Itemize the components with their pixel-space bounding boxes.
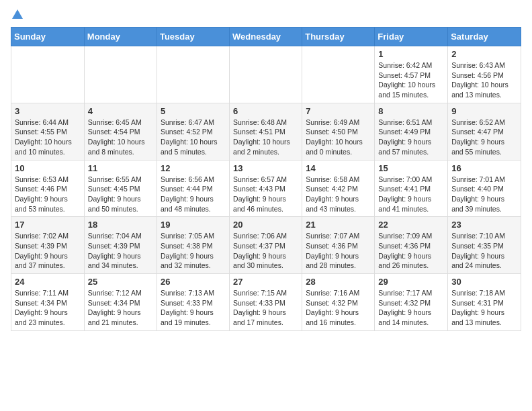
day-info: Sunrise: 6:58 AM Sunset: 4:42 PM Dayligh…	[306, 175, 371, 214]
calendar-cell: 5Sunrise: 6:47 AM Sunset: 4:52 PM Daylig…	[157, 103, 229, 160]
calendar-week-3: 10Sunrise: 6:53 AM Sunset: 4:46 PM Dayli…	[11, 160, 521, 217]
day-info: Sunrise: 6:55 AM Sunset: 4:45 PM Dayligh…	[88, 175, 153, 214]
day-number: 9	[451, 106, 517, 116]
calendar-cell: 6Sunrise: 6:48 AM Sunset: 4:51 PM Daylig…	[230, 103, 302, 160]
calendar-cell: 30Sunrise: 7:18 AM Sunset: 4:31 PM Dayli…	[448, 274, 521, 331]
day-number: 4	[88, 106, 153, 116]
calendar-cell	[230, 46, 302, 103]
day-number: 22	[378, 220, 444, 230]
calendar-cell: 25Sunrise: 7:12 AM Sunset: 4:34 PM Dayli…	[84, 274, 157, 331]
day-number: 3	[15, 106, 81, 116]
day-number: 29	[378, 277, 444, 287]
calendar-cell: 8Sunrise: 6:51 AM Sunset: 4:49 PM Daylig…	[375, 103, 448, 160]
calendar-cell: 19Sunrise: 7:05 AM Sunset: 4:38 PM Dayli…	[157, 217, 229, 274]
day-number: 28	[306, 277, 371, 287]
calendar-cell	[302, 46, 375, 103]
day-info: Sunrise: 7:00 AM Sunset: 4:41 PM Dayligh…	[378, 175, 444, 214]
calendar-week-4: 17Sunrise: 7:02 AM Sunset: 4:39 PM Dayli…	[11, 217, 521, 274]
day-info: Sunrise: 7:09 AM Sunset: 4:36 PM Dayligh…	[378, 231, 444, 271]
day-number: 17	[15, 220, 81, 230]
calendar-cell	[157, 46, 229, 103]
day-number: 10	[15, 163, 81, 173]
calendar-cell: 21Sunrise: 7:07 AM Sunset: 4:36 PM Dayli…	[302, 217, 375, 274]
day-number: 13	[233, 163, 298, 173]
day-info: Sunrise: 7:15 AM Sunset: 4:33 PM Dayligh…	[233, 288, 298, 328]
calendar-cell: 27Sunrise: 7:15 AM Sunset: 4:33 PM Dayli…	[230, 274, 302, 331]
calendar-cell: 4Sunrise: 6:45 AM Sunset: 4:54 PM Daylig…	[84, 103, 157, 160]
day-info: Sunrise: 7:01 AM Sunset: 4:40 PM Dayligh…	[451, 175, 517, 214]
weekday-header-friday: Friday	[375, 28, 448, 46]
day-info: Sunrise: 6:47 AM Sunset: 4:52 PM Dayligh…	[161, 118, 226, 157]
calendar-cell: 24Sunrise: 7:11 AM Sunset: 4:34 PM Dayli…	[11, 274, 85, 331]
weekday-header-saturday: Saturday	[448, 28, 521, 46]
day-info: Sunrise: 6:45 AM Sunset: 4:54 PM Dayligh…	[88, 118, 153, 157]
calendar-cell: 28Sunrise: 7:16 AM Sunset: 4:32 PM Dayli…	[302, 274, 375, 331]
day-info: Sunrise: 7:04 AM Sunset: 4:39 PM Dayligh…	[88, 231, 153, 271]
day-number: 30	[451, 277, 517, 287]
day-number: 19	[161, 220, 226, 230]
day-number: 12	[161, 163, 226, 173]
day-number: 20	[233, 220, 298, 230]
calendar-cell: 7Sunrise: 6:49 AM Sunset: 4:50 PM Daylig…	[302, 103, 375, 160]
day-info: Sunrise: 6:49 AM Sunset: 4:50 PM Dayligh…	[306, 118, 371, 157]
calendar-cell: 23Sunrise: 7:10 AM Sunset: 4:35 PM Dayli…	[448, 217, 521, 274]
calendar-cell: 13Sunrise: 6:57 AM Sunset: 4:43 PM Dayli…	[230, 160, 302, 217]
day-info: Sunrise: 6:51 AM Sunset: 4:49 PM Dayligh…	[378, 118, 444, 157]
calendar-cell: 11Sunrise: 6:55 AM Sunset: 4:45 PM Dayli…	[84, 160, 157, 217]
calendar-cell: 3Sunrise: 6:44 AM Sunset: 4:55 PM Daylig…	[11, 103, 85, 160]
day-number: 24	[15, 277, 81, 287]
day-number: 2	[451, 49, 517, 59]
calendar-cell: 29Sunrise: 7:17 AM Sunset: 4:32 PM Dayli…	[375, 274, 448, 331]
day-info: Sunrise: 7:12 AM Sunset: 4:34 PM Dayligh…	[88, 288, 153, 328]
day-info: Sunrise: 6:48 AM Sunset: 4:51 PM Dayligh…	[233, 118, 298, 157]
calendar-cell: 26Sunrise: 7:13 AM Sunset: 4:33 PM Dayli…	[157, 274, 229, 331]
day-info: Sunrise: 7:11 AM Sunset: 4:34 PM Dayligh…	[15, 288, 81, 328]
day-info: Sunrise: 7:07 AM Sunset: 4:36 PM Dayligh…	[306, 231, 371, 271]
day-number: 7	[306, 106, 371, 116]
day-info: Sunrise: 6:52 AM Sunset: 4:47 PM Dayligh…	[451, 118, 517, 157]
calendar-cell: 2Sunrise: 6:43 AM Sunset: 4:56 PM Daylig…	[448, 46, 521, 103]
day-info: Sunrise: 7:05 AM Sunset: 4:38 PM Dayligh…	[161, 231, 226, 271]
day-info: Sunrise: 6:44 AM Sunset: 4:55 PM Dayligh…	[15, 118, 81, 157]
day-number: 25	[88, 277, 153, 287]
day-number: 26	[161, 277, 226, 287]
calendar-table: SundayMondayTuesdayWednesdayThursdayFrid…	[11, 27, 521, 331]
calendar-cell	[84, 46, 157, 103]
calendar-week-5: 24Sunrise: 7:11 AM Sunset: 4:34 PM Dayli…	[11, 274, 521, 331]
calendar-cell: 18Sunrise: 7:04 AM Sunset: 4:39 PM Dayli…	[84, 217, 157, 274]
day-number: 21	[306, 220, 371, 230]
day-number: 1	[378, 49, 444, 59]
day-info: Sunrise: 6:42 AM Sunset: 4:57 PM Dayligh…	[378, 60, 444, 100]
day-number: 15	[378, 163, 444, 173]
day-number: 14	[306, 163, 371, 173]
calendar-cell: 12Sunrise: 6:56 AM Sunset: 4:44 PM Dayli…	[157, 160, 229, 217]
day-number: 8	[378, 106, 444, 116]
calendar-cell: 20Sunrise: 7:06 AM Sunset: 4:37 PM Dayli…	[230, 217, 302, 274]
calendar-week-1: 1Sunrise: 6:42 AM Sunset: 4:57 PM Daylig…	[11, 46, 521, 103]
calendar-cell: 17Sunrise: 7:02 AM Sunset: 4:39 PM Dayli…	[11, 217, 85, 274]
calendar-week-2: 3Sunrise: 6:44 AM Sunset: 4:55 PM Daylig…	[11, 103, 521, 160]
weekday-header-sunday: Sunday	[11, 28, 85, 46]
day-info: Sunrise: 7:16 AM Sunset: 4:32 PM Dayligh…	[306, 288, 371, 328]
weekday-header-monday: Monday	[84, 28, 157, 46]
day-number: 11	[88, 163, 153, 173]
logo	[11, 11, 23, 19]
day-number: 16	[451, 163, 517, 173]
day-info: Sunrise: 7:06 AM Sunset: 4:37 PM Dayligh…	[233, 231, 298, 271]
page-header	[11, 11, 521, 19]
day-info: Sunrise: 7:10 AM Sunset: 4:35 PM Dayligh…	[451, 231, 517, 271]
calendar-cell: 10Sunrise: 6:53 AM Sunset: 4:46 PM Dayli…	[11, 160, 85, 217]
weekday-header-tuesday: Tuesday	[157, 28, 229, 46]
calendar-cell: 9Sunrise: 6:52 AM Sunset: 4:47 PM Daylig…	[448, 103, 521, 160]
calendar-cell: 1Sunrise: 6:42 AM Sunset: 4:57 PM Daylig…	[375, 46, 448, 103]
weekday-header-thursday: Thursday	[302, 28, 375, 46]
calendar-cell: 22Sunrise: 7:09 AM Sunset: 4:36 PM Dayli…	[375, 217, 448, 274]
day-info: Sunrise: 6:56 AM Sunset: 4:44 PM Dayligh…	[161, 175, 226, 214]
day-info: Sunrise: 6:43 AM Sunset: 4:56 PM Dayligh…	[451, 60, 517, 100]
calendar-cell	[11, 46, 85, 103]
day-number: 5	[161, 106, 226, 116]
weekday-header-wednesday: Wednesday	[230, 28, 302, 46]
day-number: 23	[451, 220, 517, 230]
calendar-cell: 15Sunrise: 7:00 AM Sunset: 4:41 PM Dayli…	[375, 160, 448, 217]
day-number: 6	[233, 106, 298, 116]
